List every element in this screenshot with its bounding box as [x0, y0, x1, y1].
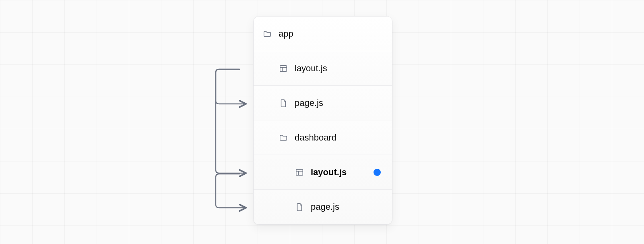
active-marker-dot [374, 169, 381, 176]
folder-icon [262, 29, 272, 39]
tree-item-dashboard-layout[interactable]: layout.js [254, 155, 392, 190]
layout-icon [279, 64, 288, 73]
tree-item-label: page.js [311, 203, 339, 211]
svg-rect-1 [296, 169, 303, 175]
tree-root[interactable]: app [254, 17, 392, 51]
tree-item-label: layout.js [295, 64, 327, 73]
folder-icon [279, 133, 288, 143]
file-icon [295, 202, 304, 212]
svg-rect-0 [280, 65, 287, 71]
file-icon [279, 98, 288, 108]
diagram-stage: app layout.js page.js dashboard layout.j [0, 0, 644, 244]
tree-root-label: app [279, 29, 293, 38]
tree-item-dashboard-page[interactable]: page.js [254, 190, 392, 224]
tree-item-dashboard[interactable]: dashboard [254, 120, 392, 155]
tree-item-layout[interactable]: layout.js [254, 51, 392, 86]
tree-item-label: layout.js [311, 168, 347, 177]
tree-item-label: page.js [295, 99, 323, 108]
file-tree-panel: app layout.js page.js dashboard layout.j [253, 16, 392, 225]
layout-icon [295, 167, 304, 177]
tree-item-label: dashboard [295, 133, 336, 142]
tree-item-page[interactable]: page.js [254, 86, 392, 120]
